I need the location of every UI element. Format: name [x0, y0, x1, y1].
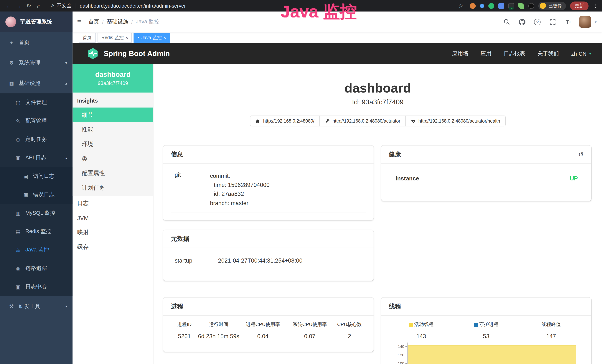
- sidebar-item-home[interactable]: ⊞ 首页: [0, 32, 73, 53]
- git-commit-line: commit:: [210, 171, 366, 181]
- health-url-button[interactable]: http://192.168.0.2:48080/actuator/health: [405, 116, 505, 126]
- extension-icon-1[interactable]: [470, 3, 476, 9]
- sidebar-item-mysql-monitor[interactable]: ▥ MySQL 监控: [0, 204, 73, 222]
- search-icon[interactable]: [503, 18, 511, 26]
- font-size-icon[interactable]: TT: [564, 18, 572, 26]
- reload-icon[interactable]: ↻: [24, 2, 34, 9]
- extension-icon-4[interactable]: [498, 3, 504, 9]
- forward-icon[interactable]: →: [14, 2, 24, 9]
- sidebar-item-trace[interactable]: ◎ 链路追踪: [0, 259, 73, 278]
- url-separator: [75, 3, 76, 9]
- sba-nav-applications[interactable]: 应用: [481, 50, 491, 57]
- extension-icon-2[interactable]: [480, 4, 484, 8]
- sidebar-item-log-center[interactable]: ▣ 日志中心: [0, 278, 73, 296]
- chrome-update-button[interactable]: 更新: [570, 1, 589, 10]
- sba-menu-metrics[interactable]: 性能: [73, 122, 153, 137]
- sidebar-item-system-management[interactable]: ⚙ 系统管理 ▾: [0, 53, 73, 73]
- threads-legend: 活动线程 143 守护进程: [389, 321, 584, 339]
- sba-brand-title[interactable]: Spring Boot Admin: [104, 49, 170, 58]
- history-icon[interactable]: ↺: [579, 151, 584, 158]
- breadcrumb-infrastructure[interactable]: 基础设施: [107, 18, 128, 25]
- sidebar-item-infrastructure[interactable]: ▦ 基础设施 ▴: [0, 73, 73, 93]
- tab-label: Redis 监控: [101, 34, 124, 41]
- instance-url-button[interactable]: http://192.168.0.2:48080/: [250, 116, 320, 126]
- sidebar-item-config-management[interactable]: ✎ 配置管理: [0, 112, 73, 130]
- breadcrumb-home[interactable]: 首页: [88, 18, 99, 25]
- sidebar-item-redis-monitor[interactable]: ▤ Redis 监控: [0, 222, 73, 241]
- sidebar-item-error-logs[interactable]: ▣ 错误日志: [0, 185, 73, 204]
- process-col-cpu: 进程CPU使用率: [246, 321, 280, 328]
- site-security-chip[interactable]: ⚠ 不安全: [51, 2, 72, 9]
- actuator-url-button[interactable]: http://192.168.0.2:48080/actuator: [320, 116, 406, 126]
- sba-nav-about[interactable]: 关于我们: [538, 50, 559, 57]
- home-icon[interactable]: ⌂: [34, 2, 44, 9]
- breadcrumb-separator: /: [102, 19, 104, 25]
- instance-name: dashboard: [95, 70, 131, 78]
- sba-menu-environment[interactable]: 环境: [73, 137, 153, 151]
- sba-menu-logs[interactable]: 日志: [73, 196, 153, 211]
- fullscreen-icon[interactable]: [548, 18, 557, 26]
- extension-icon-6[interactable]: [518, 3, 524, 9]
- peak-threads-value: 147: [546, 333, 556, 339]
- app-title: 芋道管理系统: [20, 18, 52, 25]
- github-icon[interactable]: [518, 18, 526, 26]
- sba-menu-mappings[interactable]: 映射: [73, 225, 153, 240]
- extension-icon-7[interactable]: [528, 3, 534, 9]
- health-card: 健康 ↺ Instance UP: [381, 146, 591, 201]
- sidebar-item-access-logs[interactable]: ▣ 访问日志: [0, 167, 73, 185]
- sba-menu-details[interactable]: 细节: [73, 107, 153, 122]
- sidebar-item-java-monitor[interactable]: ☕ Java 监控: [0, 241, 73, 259]
- wrench-icon: [325, 118, 330, 124]
- sidebar-item-label: 错误日志: [33, 191, 54, 198]
- sba-menu-config-props[interactable]: 配置属性: [73, 166, 153, 181]
- avatar-caret-icon[interactable]: ▾: [595, 20, 597, 24]
- file-icon: ▢: [14, 100, 22, 105]
- sba-menu-jvm[interactable]: JVM: [73, 211, 153, 225]
- hamburger-icon[interactable]: ≡: [73, 18, 86, 26]
- sidebar-item-label: 研发工具: [19, 303, 40, 310]
- log-center-icon: ▣: [14, 284, 22, 290]
- user-avatar[interactable]: [579, 16, 591, 28]
- sidebar-item-api-logs[interactable]: ▣ API 日志 ▴: [0, 149, 73, 167]
- browser-menu-icon[interactable]: ⋮: [593, 3, 598, 9]
- sidebar-item-label: 系统管理: [19, 59, 40, 66]
- profile-paused-badge[interactable]: 已暂停: [538, 2, 566, 10]
- sba-sidebar: dashboard 93a3fc7f7409 Insights 细节 性能 环境…: [73, 64, 153, 364]
- extension-icon-5[interactable]: on: [508, 3, 514, 9]
- sidebar-item-dev-tools[interactable]: ⚒ 研发工具 ▾: [0, 296, 73, 317]
- info-card-title: 信息: [171, 150, 183, 159]
- sidebar-item-label: 链路追踪: [25, 265, 47, 272]
- help-icon[interactable]: ?: [533, 18, 542, 26]
- active-threads-value: 143: [416, 333, 426, 339]
- sba-menu-scheduled-tasks[interactable]: 计划任务: [73, 181, 153, 195]
- logo-image: [5, 17, 16, 27]
- sba-menu-caches[interactable]: 缓存: [73, 240, 153, 254]
- tab-home[interactable]: 首页: [79, 33, 96, 43]
- address-bar[interactable]: dashboard.yudao.iocoder.cn/infra/admin-s…: [80, 3, 186, 9]
- sba-menu-classes[interactable]: 类: [73, 151, 153, 166]
- instance-header[interactable]: dashboard 93a3fc7f7409: [73, 64, 153, 93]
- close-icon[interactable]: ×: [126, 35, 128, 40]
- tab-redis-monitor[interactable]: Redis 监控 ×: [97, 33, 132, 43]
- sba-nav-journal[interactable]: 日志报表: [504, 50, 525, 57]
- close-icon[interactable]: ×: [163, 35, 166, 40]
- sidebar-item-file-management[interactable]: ▢ 文件管理: [0, 93, 73, 112]
- tags-view: 首页 Redis 监控 × ● Java 监控 ×: [73, 32, 602, 43]
- active-threads-legend-swatch: [409, 323, 413, 327]
- tab-java-monitor[interactable]: ● Java 监控 ×: [134, 33, 170, 43]
- spring-boot-admin-logo[interactable]: [86, 47, 99, 60]
- bookmark-star-icon[interactable]: ☆: [456, 3, 466, 9]
- extension-icon-3[interactable]: [488, 3, 494, 9]
- sba-nav-wallboard[interactable]: 应用墙: [452, 50, 468, 57]
- sba-main: dashboard Id: 93a3fc7f7409 http://192.16…: [153, 64, 602, 364]
- info-git-row: git commit: time: 1596289704000 id: 27aa…: [171, 171, 366, 213]
- app-logo[interactable]: 芋道管理系统: [0, 11, 73, 32]
- peak-threads-label: 线程峰值: [542, 321, 561, 328]
- locale-selector[interactable]: zh-CN ▾: [571, 50, 591, 57]
- back-icon[interactable]: ←: [4, 2, 14, 9]
- threads-chart: 140 120 100: [393, 343, 578, 364]
- chevron-up-icon: ▴: [65, 156, 67, 160]
- sidebar-item-scheduled-tasks[interactable]: ◴ 定时任务: [0, 130, 73, 149]
- dashboard-icon: ⊞: [8, 40, 15, 45]
- git-id-line: id: 27aa832: [210, 189, 366, 198]
